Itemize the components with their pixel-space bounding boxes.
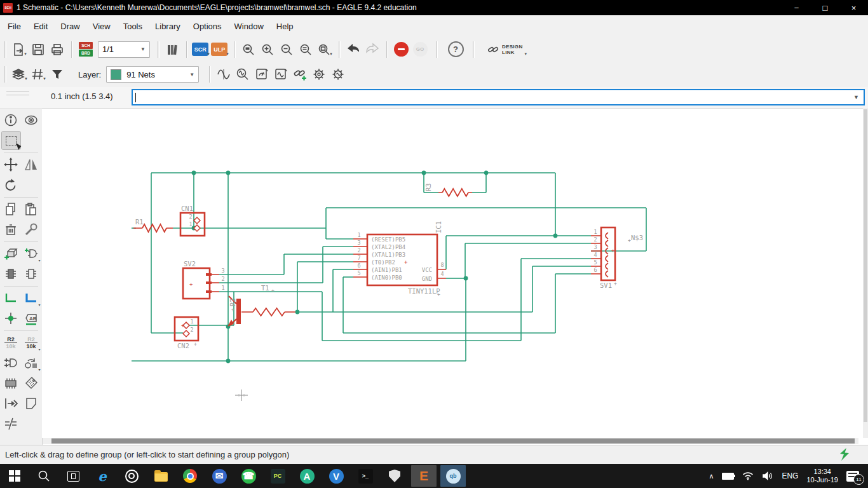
meter-button[interactable] [252,65,271,84]
port-tool-button[interactable] [2,395,20,412]
copy-tool-button[interactable] [2,200,20,218]
minimize-button[interactable]: − [782,0,811,15]
add-part-tool-button[interactable] [2,245,20,262]
delete-tool-button[interactable] [2,220,20,238]
junction-dot[interactable] [422,171,426,175]
settings-button[interactable] [309,65,329,84]
menu-view[interactable]: View [86,15,117,37]
stop-button[interactable] [391,40,410,59]
group-select-tool-button[interactable] [2,132,20,149]
undo-button[interactable] [344,40,363,59]
gateswap-tool-button[interactable] [2,265,20,283]
junction-dot[interactable] [484,171,489,175]
resistor-R1[interactable] [142,224,166,232]
move-tool-button[interactable] [2,156,20,173]
zoom-fit-button[interactable] [239,40,258,59]
taskbar-pycharm-button[interactable]: PC [263,464,292,488]
language-indicator[interactable]: ENG [782,471,798,480]
layer-selector[interactable]: 91 Nets ▼ [106,66,199,83]
netclass-tool-button[interactable] [2,415,20,433]
taskbar-android-studio-button[interactable]: A [292,464,322,488]
bus-tool-button[interactable]: ▾ [22,289,41,307]
grid-button[interactable]: ▾ [29,65,48,84]
battery-icon[interactable] [722,473,734,480]
close-button[interactable]: × [839,0,868,15]
schematic-drawing[interactable]: (RESET)PB5(XTAL2)PB4(XTAL1)PB3(T0)PB2(AI… [42,109,863,438]
taskbar-whatsapp-button[interactable]: ☎ [234,464,263,488]
name-tool-button[interactable]: R2 10k [2,334,20,351]
menu-file[interactable]: File [1,15,27,37]
wifi-icon[interactable] [742,471,754,480]
taskbar-file-explorer-button[interactable] [146,464,175,488]
sheet-selector[interactable]: 1/1 ▼ [98,41,150,58]
attribute-tool-button[interactable] [22,374,41,392]
junction-dot[interactable] [226,359,231,363]
menu-help[interactable]: Help [270,15,300,37]
paste-tool-button[interactable] [22,200,41,218]
filter-button[interactable] [48,65,67,84]
zoom-in-button[interactable] [258,40,277,59]
taskbar-defender-button[interactable] [380,464,409,488]
menu-options[interactable]: Options [187,15,228,37]
print-button[interactable] [48,40,67,59]
vertical-scrollbar[interactable] [863,108,868,438]
taskbar-blue-circle-app-button[interactable]: ✉ [205,464,234,488]
part-SV2[interactable] [183,268,210,299]
save-button[interactable] [29,40,48,59]
toolbar-grip[interactable] [6,91,29,95]
taskbar-target-app-button[interactable] [117,464,146,488]
mirror-tool-button[interactable] [22,156,41,173]
zoom-out-button[interactable] [277,40,296,59]
menu-window[interactable]: Window [228,15,270,37]
horizontal-scrollbar-thumb[interactable] [51,438,855,444]
volume-icon[interactable] [762,471,773,480]
rotate-tool-button[interactable] [2,176,20,194]
change-tool-button[interactable] [22,220,41,238]
transistor-T1[interactable] [236,299,241,324]
open-document-button[interactable]: ▾ [10,40,29,59]
menu-tools[interactable]: Tools [117,15,149,37]
task-view-button[interactable] [58,464,88,488]
script-button[interactable]: SCR ▾ [191,40,210,59]
junction-dot[interactable] [464,276,468,281]
taskbar-chrome-button[interactable] [175,464,205,488]
command-input[interactable]: ▼ [132,89,865,105]
redo-button[interactable] [363,40,382,59]
sch-brd-switch-button[interactable]: SCH BRD [76,40,95,59]
junction-dot[interactable] [553,234,558,238]
layer-settings-button[interactable]: ▾ [10,65,29,84]
junction-dot[interactable] [295,310,300,315]
zoom-redraw-button[interactable]: ▾ [315,40,334,59]
vertical-scrollbar-thumb[interactable] [864,109,867,422]
help-button[interactable]: ? [446,40,465,59]
taskbar-search-button[interactable] [29,464,58,488]
pinswap-tool-button[interactable] [22,265,41,283]
frame-tool-button[interactable] [22,395,41,412]
design-link-button[interactable]: DESIGN LINK ▾ [482,40,532,59]
menu-edit[interactable]: Edit [27,15,54,37]
add-link-button[interactable] [290,65,309,84]
smash-tool-button[interactable]: ▾ [22,354,41,372]
ulp-button[interactable]: ULP ▾ [210,40,229,59]
taskbar-edge-button[interactable]: e [88,464,117,488]
part-CN1[interactable] [180,213,205,236]
taskbar-terminal-button[interactable]: >_ [351,464,380,488]
label-tool-button[interactable]: AB [22,309,41,327]
simulate-button[interactable] [214,65,233,84]
resistor-R2[interactable] [253,308,285,316]
taskbar-eagle-button[interactable]: E [409,464,438,488]
replace-tool-button[interactable] [2,374,20,392]
info-tool-button[interactable] [2,111,20,129]
restore-button[interactable]: □ [811,0,839,15]
resistor-R3[interactable] [442,189,468,196]
show-tool-button[interactable] [22,111,41,129]
clock[interactable]: 13:34 10-Jun-19 [806,468,838,484]
schematic-canvas[interactable]: (RESET)PB5(XTAL2)PB4(XTAL1)PB3(T0)PB2(AI… [42,108,863,438]
junction-dot[interactable] [226,171,231,175]
meter-2-button[interactable] [271,65,290,84]
menu-draw[interactable]: Draw [54,15,86,37]
go-button[interactable]: GO [410,40,430,59]
probe-button[interactable] [233,65,252,84]
taskbar-vscode-button[interactable]: V [322,464,351,488]
settings-2-button[interactable] [329,65,348,84]
